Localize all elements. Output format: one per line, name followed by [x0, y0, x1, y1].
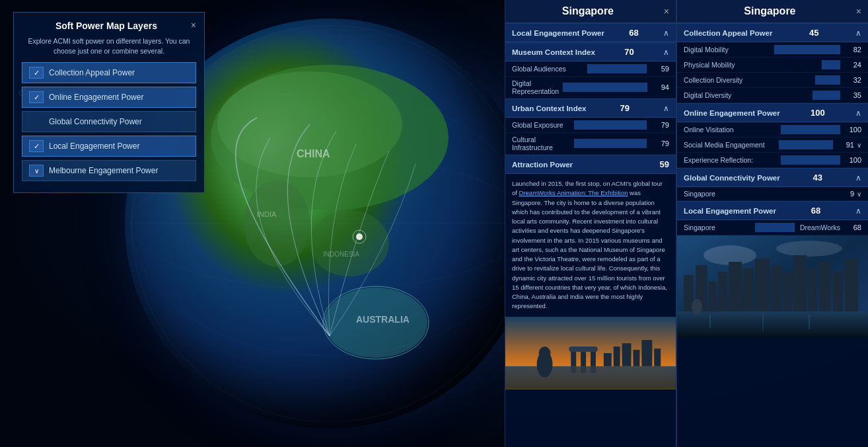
singapore-connectivity-row: Singapore 9 ∨	[677, 187, 868, 201]
svg-rect-28	[622, 343, 632, 366]
cultural-infrastructure-row: Cultural Infrastructure 79	[505, 133, 676, 155]
svg-rect-52	[677, 311, 868, 338]
layer-item-melbourne-engagement[interactable]: ∨ Melbourne Engagement Power	[22, 160, 196, 181]
svg-rect-50	[833, 272, 843, 311]
singapore-dreamworks-label: DreamWorks	[797, 224, 843, 231]
online-visitation-label: Online Visitation	[684, 126, 778, 134]
mid-title: Singapore	[512, 5, 664, 17]
panel-header: Soft Power Map Layers ×	[22, 20, 196, 31]
check-collection-appeal: ✓	[29, 67, 44, 79]
layer-label-global-connectivity: Global Connectivity Power	[49, 117, 142, 126]
collection-appeal-chevron: ∧	[855, 28, 861, 38]
singapore-local-value: 68	[843, 224, 861, 231]
experience-reflection-bar	[781, 155, 840, 165]
online-engagement-section-bar[interactable]: Online Engagement Power 100 ∧	[677, 103, 868, 122]
singapore-connectivity-label: Singapore	[684, 190, 760, 198]
experience-reflection-row: Experience Reflection: 100	[677, 153, 868, 168]
layer-label-collection-appeal: Collection Appeal Power	[49, 68, 135, 77]
urban-context-section-bar[interactable]: Urban Context Index 79 ∧	[505, 99, 676, 118]
svg-rect-51	[845, 259, 858, 311]
local-engagement-score: 68	[629, 28, 638, 38]
local-engagement-chevron: ∧	[663, 28, 669, 38]
global-audiences-bar	[587, 64, 647, 73]
chevron-melbourne-engagement: ∨	[29, 165, 44, 177]
global-connectivity-section-bar[interactable]: Global Connectivity Power 43 ∧	[677, 168, 868, 187]
collection-appeal-score: 45	[809, 28, 818, 38]
global-connectivity-title: Global Connectivity Power	[684, 174, 780, 182]
social-media-chevron[interactable]: ∨	[857, 142, 861, 149]
svg-point-0	[211, 65, 449, 210]
singapore-local-row: Singapore DreamWorks 68	[677, 220, 868, 235]
dreamworks-link[interactable]: DreamWorks Animation: The Exhibition	[519, 189, 628, 196]
cultural-infrastructure-bar	[574, 139, 647, 148]
right-header: Singapore ×	[677, 0, 868, 23]
svg-rect-32	[571, 366, 576, 372]
social-media-label: Social Media Engagement	[684, 141, 776, 149]
social-media-bar	[779, 140, 833, 149]
local-engagement-section-bar[interactable]: Local Engagement Power 68 ∧	[505, 23, 676, 42]
physical-mobility-label: Physical Mobility	[684, 61, 819, 69]
singapore-connectivity-chevron[interactable]: ∨	[857, 190, 861, 198]
svg-point-14	[356, 233, 363, 240]
physical-mobility-bar	[822, 60, 840, 69]
svg-text:AUSTRALIA: AUSTRALIA	[356, 314, 410, 325]
mid-header: Singapore ×	[505, 0, 676, 23]
svg-rect-22	[571, 350, 576, 366]
svg-rect-42	[729, 262, 742, 311]
svg-point-2	[323, 286, 429, 359]
svg-rect-25	[569, 346, 598, 352]
local-engagement-right-section-bar[interactable]: Local Engagement Power 68 ∧	[677, 201, 868, 220]
svg-point-15	[353, 230, 366, 243]
left-panel-close[interactable]: ×	[191, 20, 196, 30]
global-exposure-value: 79	[651, 121, 669, 129]
digital-mobility-value: 82	[843, 46, 861, 54]
check-online-engagement: ✓	[29, 91, 44, 103]
layer-item-global-connectivity[interactable]: Global Connectivity Power	[22, 111, 196, 132]
panel-subtitle: Explore ACMI soft power on different lay…	[22, 36, 196, 56]
mid-panel-close[interactable]: ×	[664, 7, 669, 16]
local-engagement-right-title: Local Engagement Power	[684, 207, 776, 215]
digital-representation-row: Digital Representation 94	[505, 77, 676, 99]
global-audiences-label: Global Audiences	[512, 65, 583, 73]
online-engagement-score: 100	[811, 108, 825, 118]
museum-context-section-bar[interactable]: Museum Context Index 70 ∧	[505, 42, 676, 61]
global-connectivity-chevron: ∧	[855, 173, 861, 183]
svg-rect-27	[614, 346, 620, 366]
attraction-power-title: Attraction Power	[512, 161, 573, 169]
svg-rect-44	[755, 259, 770, 311]
digital-diversity-value: 35	[843, 91, 861, 99]
svg-rect-23	[581, 350, 586, 366]
attraction-power-score: 59	[660, 159, 669, 169]
svg-rect-45	[772, 265, 782, 311]
left-panel: Soft Power Map Layers × Explore ACMI sof…	[13, 12, 205, 193]
digital-representation-bar	[563, 83, 647, 92]
local-engagement-right-chevron: ∧	[855, 206, 861, 216]
digital-representation-label: Digital Representation	[512, 79, 559, 95]
svg-point-1	[217, 71, 402, 177]
panel-title: Soft Power Map Layers	[22, 20, 191, 31]
online-visitation-row: Online Visitation 100	[677, 122, 868, 138]
attraction-power-section-bar[interactable]: Attraction Power 59	[505, 155, 676, 174]
svg-rect-24	[591, 350, 596, 366]
layer-item-online-engagement[interactable]: ✓ Online Engagement Power	[22, 87, 196, 108]
svg-rect-46	[784, 272, 792, 311]
global-exposure-label: Global Exposure	[512, 121, 570, 129]
cultural-infrastructure-label: Cultural Infrastructure	[512, 136, 570, 151]
digital-representation-value: 94	[651, 83, 669, 91]
layer-item-local-engagement[interactable]: ✓ Local Engagement Power	[22, 136, 196, 157]
check-local-engagement: ✓	[29, 140, 44, 152]
svg-rect-34	[591, 366, 596, 372]
svg-point-21	[539, 346, 551, 360]
collection-appeal-section-bar[interactable]: Collection Appeal Power 45 ∧	[677, 23, 868, 42]
collection-appeal-title: Collection Appeal Power	[684, 29, 772, 37]
collection-diversity-row: Collection Diversity 32	[677, 73, 868, 88]
physical-mobility-row: Physical Mobility 24	[677, 58, 868, 73]
right-panel-close[interactable]: ×	[856, 7, 861, 16]
layer-label-melbourne-engagement: Melbourne Engagement Power	[49, 166, 158, 175]
svg-point-37	[776, 241, 842, 257]
digital-diversity-row: Digital Diversity 35	[677, 88, 868, 103]
mid-panel-image	[505, 317, 676, 389]
svg-point-3	[324, 288, 427, 358]
layer-item-collection-appeal[interactable]: ✓ Collection Appeal Power	[22, 62, 196, 83]
singapore-local-label: Singapore	[684, 224, 752, 231]
